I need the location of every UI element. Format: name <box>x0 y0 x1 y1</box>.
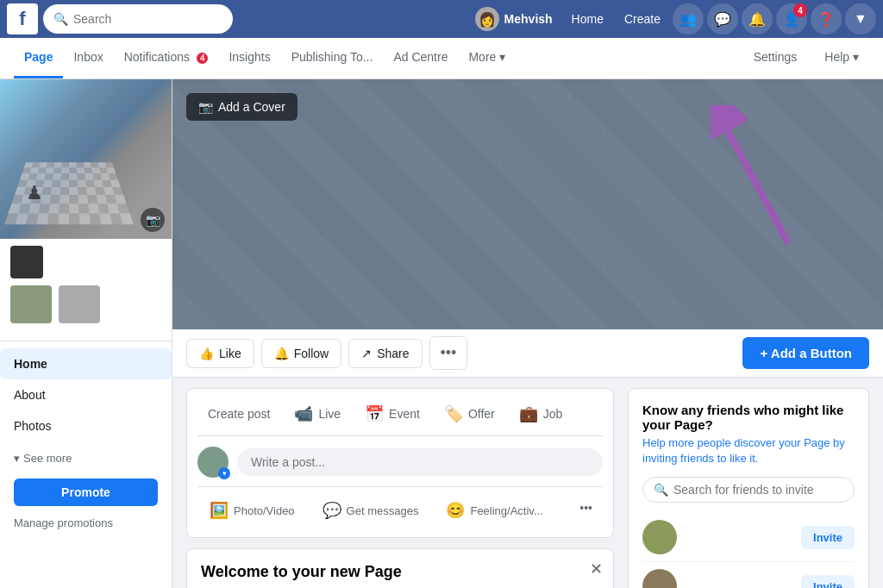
purple-arrow-annotation <box>711 105 814 280</box>
friend-info-2 <box>686 579 792 588</box>
avatar: 👩 <box>475 7 499 31</box>
bell-icon: 🔔 <box>748 11 766 28</box>
chevron-down-icon-sidebar: ▾ <box>14 452 20 465</box>
create-nav-link[interactable]: Create <box>616 7 669 31</box>
follow-icon: 🔔 <box>274 347 289 360</box>
friend-avatar-1 <box>642 520 677 554</box>
photo-video-icon: 🖼️ <box>210 501 229 520</box>
job-icon: 💼 <box>519 404 538 423</box>
messenger-icon: 💬 <box>714 11 731 28</box>
home-nav-link[interactable]: Home <box>563 7 612 31</box>
get-messages-action[interactable]: 💬 Get messages <box>310 494 431 527</box>
notifications-badge: 4 <box>197 53 209 64</box>
like-button[interactable]: 👍 Like <box>186 339 254 368</box>
sidebar-item-photos[interactable]: Photos <box>0 410 172 441</box>
sidebar-item-home[interactable]: Home <box>0 348 172 379</box>
search-input[interactable] <box>73 12 222 26</box>
chess-pattern <box>4 162 134 224</box>
post-actions-row: 🖼️ Photo/Video 💬 Get messages 😊 Feeling/… <box>197 486 603 527</box>
post-type-tabs: Create post 📹 Live 📅 Event 🏷️ Offer <box>197 399 603 436</box>
tab-settings[interactable]: Settings <box>743 38 808 78</box>
share-icon: ↗ <box>361 347 372 360</box>
sidebar-item-about[interactable]: About <box>0 379 172 410</box>
friend-requests-icon-btn[interactable]: 👤 4 <box>776 3 807 34</box>
welcome-title: Welcome to your new Page <box>201 563 599 581</box>
friend-row-2: Invite <box>642 562 855 588</box>
content-left: Create post 📹 Live 📅 Event 🏷️ Offer <box>186 388 614 588</box>
post-input-row: ▾ <box>197 447 603 478</box>
add-a-button-cta[interactable]: + Add a Button <box>742 337 869 369</box>
profile-thumbnails <box>10 285 161 323</box>
top-navigation: f 🔍 👩 Mehvish Home Create 👥 💬 🔔 👤 4 ❓ ▼ <box>0 0 883 38</box>
add-cover-button[interactable]: 📷 Add a Cover <box>186 93 297 121</box>
promote-button[interactable]: Promote <box>14 479 158 506</box>
job-tab[interactable]: 💼 Job <box>509 399 573 428</box>
see-more-link[interactable]: ▾ See more <box>0 445 172 472</box>
tab-ad-centre[interactable]: Ad Centre <box>383 38 458 78</box>
page-profile-area <box>0 239 172 337</box>
camera-cover-icon: 📷 <box>198 100 213 114</box>
post-avatar: ▾ <box>197 447 229 478</box>
welcome-close-button[interactable]: ✕ <box>590 560 603 579</box>
invite-subtitle: Help more people discover your Page by i… <box>642 435 855 466</box>
top-search-bar: 🔍 <box>43 4 233 34</box>
friend-avatar-2 <box>642 569 677 588</box>
right-panel: Know any friends who might like your Pag… <box>628 388 869 588</box>
feeling-activity-action[interactable]: 😊 Feeling/Activ... <box>434 494 554 527</box>
content-area: Create post 📹 Live 📅 Event 🏷️ Offer <box>172 378 883 588</box>
create-post-card: Create post 📹 Live 📅 Event 🏷️ Offer <box>186 388 614 538</box>
page-tabs-bar: Page Inbox Notifications 4 Insights Publ… <box>0 38 883 79</box>
photo-video-action[interactable]: 🖼️ Photo/Video <box>197 494 307 527</box>
search-icon: 🔍 <box>53 12 68 26</box>
friend-name-1 <box>686 530 792 544</box>
post-input-field[interactable] <box>237 448 603 476</box>
main-content: 📷 Add a Cover 👍 Like <box>172 79 883 588</box>
share-button[interactable]: ↗ Share <box>348 339 422 368</box>
tab-right-group: Settings Help ▾ <box>743 38 869 78</box>
svg-line-1 <box>728 131 788 243</box>
sidebar-nav: Home About Photos <box>0 345 172 445</box>
tab-more[interactable]: More ▾ <box>458 38 516 78</box>
notifications-icon-btn[interactable]: 🔔 <box>742 3 773 34</box>
action-bar: 👍 Like 🔔 Follow ↗ Share ••• + Add a Butt… <box>172 329 883 378</box>
offer-tab[interactable]: 🏷️ Offer <box>434 399 505 428</box>
page-profile-icon <box>10 246 43 278</box>
invite-card: Know any friends who might like your Pag… <box>628 388 869 588</box>
friends-icon-btn[interactable]: 👥 <box>673 3 704 34</box>
tab-insights[interactable]: Insights <box>218 38 280 78</box>
avatar-dropdown[interactable]: ▾ <box>218 467 230 479</box>
friend-name-2 <box>686 579 792 588</box>
camera-icon[interactable]: 📷 <box>141 208 165 232</box>
dropdown-icon-btn[interactable]: ▼ <box>845 3 876 34</box>
event-tab[interactable]: 📅 Event <box>354 399 430 428</box>
tab-inbox[interactable]: Inbox <box>63 38 113 78</box>
live-tab[interactable]: 📹 Live <box>284 399 351 428</box>
live-icon: 📹 <box>294 404 313 423</box>
facebook-logo[interactable]: f <box>7 3 38 34</box>
user-profile-nav[interactable]: 👩 Mehvish <box>468 3 560 34</box>
follow-button[interactable]: 🔔 Follow <box>261 339 341 368</box>
event-icon: 📅 <box>365 404 384 423</box>
profile-thumb-2 <box>59 285 100 323</box>
friends-icon: 👥 <box>679 11 697 28</box>
invite-button-1[interactable]: Invite <box>801 526 855 549</box>
create-post-tab[interactable]: Create post <box>197 399 280 428</box>
tab-publishing[interactable]: Publishing To... <box>281 38 384 78</box>
messenger-icon-btn[interactable]: 💬 <box>707 3 738 34</box>
more-options-button[interactable]: ••• <box>429 336 468 370</box>
tab-notifications[interactable]: Notifications 4 <box>114 38 219 78</box>
invite-button-2[interactable]: Invite <box>801 575 855 588</box>
invite-search-input[interactable] <box>673 483 843 497</box>
chevron-down-icon: ▼ <box>854 11 867 27</box>
question-icon: ❓ <box>817 11 835 28</box>
help-icon-btn[interactable]: ❓ <box>811 3 842 34</box>
invite-title: Know any friends who might like your Pag… <box>642 403 855 432</box>
emoji-icon: 😊 <box>446 501 465 520</box>
welcome-card: ✕ Welcome to your new Page Before you sh… <box>186 548 614 588</box>
manage-promotions-link[interactable]: Manage promotions <box>0 513 172 540</box>
post-more-button[interactable]: ••• <box>569 494 603 527</box>
friend-row-1: Invite <box>642 513 855 562</box>
tab-page[interactable]: Page <box>14 38 63 78</box>
invite-search-bar: 🔍 <box>642 477 855 503</box>
tab-help[interactable]: Help ▾ <box>814 38 869 78</box>
